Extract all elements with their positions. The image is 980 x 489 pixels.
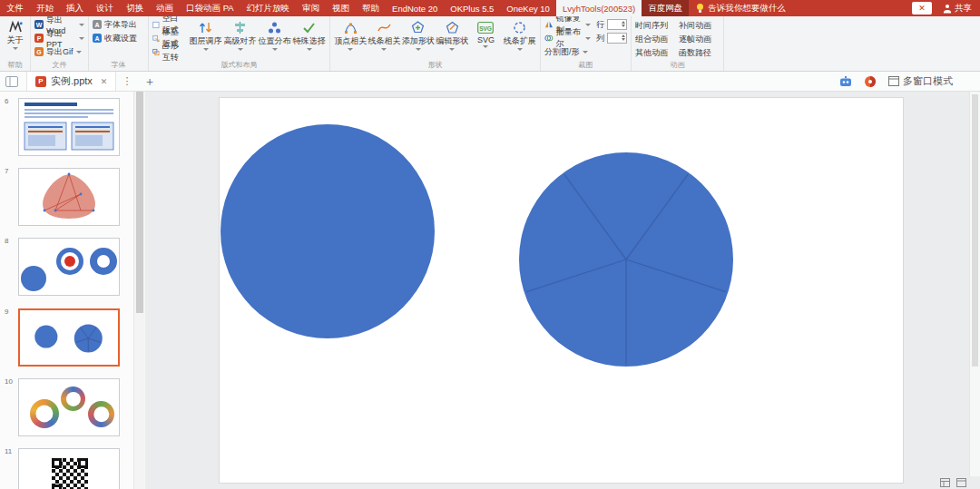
col-spinbox[interactable] xyxy=(607,33,627,44)
menu-tab-pocket-animation[interactable]: 口袋动画 PA xyxy=(180,0,240,16)
new-tab-button[interactable]: ＋ xyxy=(137,73,162,90)
batch-boolean-button[interactable]: 批量布尔 xyxy=(544,33,591,44)
spinner-arrows-icon[interactable] xyxy=(622,21,625,27)
svg-text:SVG: SVG xyxy=(480,25,493,32)
tab-close-icon[interactable]: ✕ xyxy=(101,77,108,86)
tell-me-box[interactable]: 告诉我你想要做什么 xyxy=(689,0,793,16)
slide-thumbnail-11[interactable] xyxy=(18,448,120,489)
group-label-crop: 裁图 xyxy=(541,60,631,70)
menu-tab-animations[interactable]: 动画 xyxy=(150,0,180,16)
panel-toggle-button[interactable] xyxy=(5,76,18,87)
slide-canvas xyxy=(145,92,980,489)
group-label-layout: 版式和布局 xyxy=(149,60,329,70)
add-shape-icon xyxy=(411,21,425,34)
window-close-button[interactable]: ✕ xyxy=(912,2,932,15)
tabbar-right-tools: 多窗口模式 xyxy=(839,74,980,88)
slide-thumbnail-9[interactable] xyxy=(18,308,120,367)
solid-circle-shape[interactable] xyxy=(220,124,435,338)
export-ppt-button[interactable]: P 导出PPT xyxy=(34,33,84,44)
time-sequence-button[interactable]: 时间序列 xyxy=(635,20,677,31)
share-label: 共享 xyxy=(955,3,972,15)
window-view-icon[interactable] xyxy=(956,478,966,487)
about-button[interactable]: 关于 xyxy=(4,19,26,50)
favorite-settings-button[interactable]: A 收藏设置 xyxy=(93,33,144,44)
spinner-arrows-icon[interactable] xyxy=(622,34,625,41)
vertex-button[interactable]: 顶点相关 xyxy=(334,19,367,51)
plugin-robot-icon[interactable] xyxy=(839,75,852,88)
ppt-icon: P xyxy=(34,34,44,43)
frame-animation-button[interactable]: 逐帧动画 xyxy=(679,34,720,44)
shape-swap-button[interactable]: 占形互转 xyxy=(152,46,185,57)
thumbnail-scrollbar-thumb[interactable] xyxy=(136,92,143,313)
slide-item-10: 10 xyxy=(0,377,132,440)
function-path-button[interactable]: 函数路径 xyxy=(679,47,720,58)
plugin-assistant-icon[interactable] xyxy=(864,75,877,88)
menu-tab-file[interactable]: 文件 xyxy=(0,0,30,16)
edit-shape-button[interactable]: 编辑形状 xyxy=(436,19,468,51)
svg-button[interactable]: SVG SVG xyxy=(469,19,502,51)
slide-editing-area[interactable] xyxy=(220,98,903,483)
canvas-scrollbar[interactable] xyxy=(969,92,980,476)
menu-tab-insert[interactable]: 插入 xyxy=(60,0,90,16)
share-button[interactable]: 共享 xyxy=(935,0,980,16)
line-extend-button[interactable]: 线条扩展 xyxy=(504,19,536,51)
circles-preview xyxy=(19,239,119,295)
pie-divided-circle-shape[interactable] xyxy=(519,152,733,367)
chevron-down-icon xyxy=(416,48,421,51)
slide-thumbnail-panel: 6 xyxy=(0,92,145,489)
row-spinner[interactable]: 行 xyxy=(596,19,627,30)
doodle-ring xyxy=(30,399,59,428)
group-label-font: 字体 xyxy=(89,60,148,70)
combine-animation-button[interactable]: 组合动画 xyxy=(635,34,677,44)
chevron-down-icon xyxy=(79,37,84,40)
menu-tab-baidu-pan[interactable]: 百度网盘 xyxy=(642,0,689,16)
position-distribute-label: 位置分布 xyxy=(259,35,291,47)
slide-thumbnail-6[interactable] xyxy=(18,98,120,156)
document-tab[interactable]: P 实例.pptx ✕ xyxy=(26,72,116,91)
row-spinbox[interactable] xyxy=(607,19,627,30)
menu-tab-endnote[interactable]: EndNote 20 xyxy=(386,0,444,16)
batch-boolean-icon xyxy=(544,33,554,44)
application-window: 文件 开始 插入 设计 切换 动画 口袋动画 PA 幻灯片放映 审阅 视图 帮助… xyxy=(0,0,980,489)
layer-order-icon xyxy=(199,21,212,34)
chevron-down-icon xyxy=(76,51,82,54)
vertex-label: 顶点相关 xyxy=(334,35,367,47)
add-shape-button[interactable]: 添加形状 xyxy=(402,19,435,51)
slide-number: 8 xyxy=(5,237,8,245)
slide-thumbnail-7[interactable] xyxy=(18,168,120,226)
menu-tab-design[interactable]: 设计 xyxy=(90,0,120,16)
layer-order-button[interactable]: 图层调序 xyxy=(189,19,222,57)
menu-tab-view[interactable]: 视图 xyxy=(326,0,356,16)
tween-animation-label: 补间动画 xyxy=(679,20,711,32)
menu-tab-home[interactable]: 开始 xyxy=(30,0,60,16)
menu-tab-slideshow[interactable]: 幻灯片放映 xyxy=(240,0,297,16)
chevron-down-icon xyxy=(585,24,591,26)
menu-tab-lvyhtools[interactable]: LvyhTools(200523) xyxy=(556,0,642,16)
menu-tab-transitions[interactable]: 切换 xyxy=(120,0,150,16)
advanced-align-button[interactable]: 高级对齐 xyxy=(223,19,257,57)
slide-thumbnail-8[interactable] xyxy=(18,238,120,296)
export-gif-button[interactable]: G 导出Gif xyxy=(34,46,84,57)
slide-thumbnail-10[interactable] xyxy=(18,378,120,436)
blank-layout-icon xyxy=(152,20,160,30)
menu-tab-onekey[interactable]: OneKey 10 xyxy=(500,0,556,16)
tween-animation-button[interactable]: 补间动画 xyxy=(679,20,720,31)
split-shape-button[interactable]: 分割图/形 xyxy=(544,46,591,57)
menu-tab-review[interactable]: 审阅 xyxy=(296,0,326,16)
font-export-button[interactable]: A 字体导出 xyxy=(93,19,144,30)
line-related-button[interactable]: 线条相关 xyxy=(368,19,400,51)
document-tab-label: 实例.pptx xyxy=(51,74,93,88)
canvas-scrollbar-thumb[interactable] xyxy=(972,94,978,367)
multi-window-mode-button[interactable]: 多窗口模式 xyxy=(888,74,953,88)
tab-more-button[interactable]: ⋮ xyxy=(116,75,137,87)
group-label-file: 文件 xyxy=(31,60,88,70)
other-animation-button[interactable]: 其他动画 xyxy=(635,47,677,58)
document-preview xyxy=(19,99,119,155)
col-spinner[interactable]: 列 xyxy=(596,33,627,44)
special-select-button[interactable]: 特殊选择 xyxy=(292,19,326,57)
menu-tab-help[interactable]: 帮助 xyxy=(356,0,386,16)
grid-view-icon[interactable] xyxy=(940,478,950,487)
menu-tab-okplus[interactable]: OKPlus 5.5 xyxy=(444,0,500,16)
thumbnail-scrollbar[interactable] xyxy=(133,92,145,489)
position-distribute-button[interactable]: 位置分布 xyxy=(258,19,291,57)
